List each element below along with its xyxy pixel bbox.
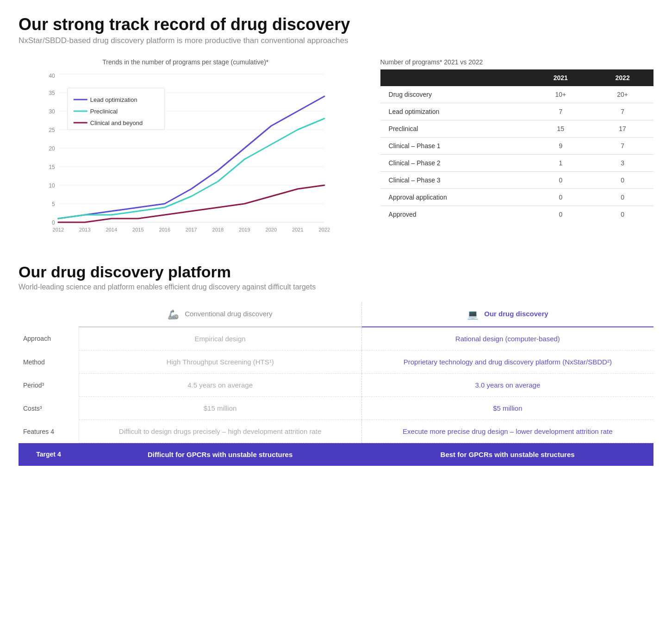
svg-text:2019: 2019 [239, 227, 250, 232]
platform-row-label: Period³ [19, 374, 79, 397]
section1-title: Our strong track record of drug discover… [19, 15, 653, 34]
ours-label: Our drug discovery [484, 310, 548, 318]
row-2022: 17 [591, 120, 653, 138]
section2-title: Our drug discovery platform [19, 263, 653, 281]
table-row: Clinical – Phase 3 0 0 [380, 172, 653, 189]
table-row: Drug discovery 10+ 20+ [380, 86, 653, 103]
chart-area: Trends in the number of programs per sta… [19, 58, 353, 241]
row-2022: 0 [591, 172, 653, 189]
platform-row-conventional: Empirical design [79, 327, 361, 351]
row-2021: 15 [529, 120, 591, 138]
table-row: Approved 0 0 [380, 206, 653, 223]
platform-row-conventional: High Throughput Screening (HTS¹) [79, 351, 361, 374]
programs-table: 2021 2022 Drug discovery 10+ 20+ Lead op… [380, 69, 653, 223]
svg-text:Preclinical: Preclinical [90, 108, 118, 115]
row-label: Preclinical [380, 120, 530, 138]
svg-text:10: 10 [49, 182, 55, 189]
row-2021: 7 [529, 103, 591, 120]
row-2022: 20+ [591, 86, 653, 103]
platform-row-label: Costs³ [19, 397, 79, 420]
platform-row: Approach Empirical design Rational desig… [19, 327, 653, 351]
svg-text:2020: 2020 [266, 227, 277, 232]
row-2021: 0 [529, 189, 591, 206]
svg-text:Clinical and beyond: Clinical and beyond [90, 119, 143, 126]
platform-row-label: Method [19, 351, 79, 374]
platform-header-ours: 💻 Our drug discovery [361, 302, 653, 327]
target-conventional: Difficult for GPCRs with unstable struct… [79, 443, 361, 466]
svg-text:2015: 2015 [132, 227, 143, 232]
programs-table-area: Number of programs* 2021 vs 2022 2021 20… [380, 58, 653, 223]
table-header-row: 2021 2022 [380, 69, 653, 86]
platform-row: Period³ 4.5 years on average 3.0 years o… [19, 374, 653, 397]
row-2021: 0 [529, 206, 591, 223]
svg-text:25: 25 [49, 127, 55, 133]
platform-row-ours: Proprietary technology and drug discover… [361, 351, 653, 374]
svg-text:2014: 2014 [106, 227, 117, 232]
target-row: Target 4 Difficult for GPCRs with unstab… [19, 443, 653, 466]
section1-subtitle: NxStar/SBDD-based drug discovery platfor… [19, 36, 653, 45]
svg-text:2021: 2021 [292, 227, 303, 232]
table-header-2021: 2021 [529, 69, 591, 86]
preclinical-line [58, 119, 324, 219]
section2-subtitle: World-leading science and platform enabl… [19, 283, 653, 291]
svg-text:2012: 2012 [53, 227, 64, 232]
svg-text:30: 30 [49, 108, 55, 115]
platform-row-label: Approach [19, 327, 79, 351]
svg-text:0: 0 [52, 219, 55, 226]
table-row: Clinical – Phase 1 9 7 [380, 138, 653, 155]
platform-row-ours: $5 million [361, 397, 653, 420]
row-2022: 7 [591, 103, 653, 120]
svg-text:15: 15 [49, 164, 55, 170]
svg-text:20: 20 [49, 145, 55, 152]
target-label: Target 4 [19, 443, 79, 466]
programs-table-title: Number of programs* 2021 vs 2022 [380, 58, 653, 66]
table-header-category [380, 69, 530, 86]
svg-text:5: 5 [52, 201, 55, 207]
row-2021: 1 [529, 155, 591, 172]
row-2022: 3 [591, 155, 653, 172]
conventional-label: Conventional drug discovery [185, 310, 272, 318]
platform-row-ours: Rational design (computer-based) [361, 327, 653, 351]
platform-row: Features 4 Difficult to design drugs pre… [19, 420, 653, 443]
svg-text:35: 35 [49, 90, 55, 96]
svg-text:2022: 2022 [319, 227, 330, 232]
row-2022: 0 [591, 189, 653, 206]
row-2022: 0 [591, 206, 653, 223]
row-2022: 7 [591, 138, 653, 155]
line-chart: 0 5 10 15 20 25 30 35 40 [19, 69, 353, 241]
platform-header-empty [19, 302, 79, 327]
svg-text:40: 40 [49, 73, 55, 79]
svg-text:Lead optimization: Lead optimization [90, 96, 137, 103]
laptop-icon: 💻 [467, 309, 479, 320]
platform-row-conventional: 4.5 years on average [79, 374, 361, 397]
platform-row: Method High Throughput Screening (HTS¹) … [19, 351, 653, 374]
platform-row-conventional: $15 million [79, 397, 361, 420]
chart-title: Trends in the number of programs per sta… [19, 58, 353, 66]
platform-row-label: Features 4 [19, 420, 79, 443]
platform-row-conventional: Difficult to design drugs precisely – hi… [79, 420, 361, 443]
svg-text:2017: 2017 [186, 227, 197, 232]
platform-row-ours: Execute more precise drug design – lower… [361, 420, 653, 443]
row-2021: 9 [529, 138, 591, 155]
svg-text:2016: 2016 [159, 227, 170, 232]
section1-content: Trends in the number of programs per sta… [19, 58, 653, 241]
target-ours: Best for GPCRs with unstable structures [361, 443, 653, 466]
table-row: Lead optimization 7 7 [380, 103, 653, 120]
row-label: Clinical – Phase 2 [380, 155, 530, 172]
platform-header-conventional: 🦾 Conventional drug discovery [79, 302, 361, 327]
row-label: Clinical – Phase 1 [380, 138, 530, 155]
platform-header-row: 🦾 Conventional drug discovery 💻 Our drug… [19, 302, 653, 327]
table-row: Approval application 0 0 [380, 189, 653, 206]
platform-row-ours: 3.0 years on average [361, 374, 653, 397]
svg-text:2018: 2018 [212, 227, 224, 232]
platform-table: 🦾 Conventional drug discovery 💻 Our drug… [19, 302, 653, 466]
table-row: Preclinical 15 17 [380, 120, 653, 138]
table-row: Clinical – Phase 2 1 3 [380, 155, 653, 172]
row-label: Lead optimization [380, 103, 530, 120]
robot-arm-icon: 🦾 [168, 309, 179, 320]
platform-row: Costs³ $15 million $5 million [19, 397, 653, 420]
table-header-2022: 2022 [591, 69, 653, 86]
svg-text:2013: 2013 [79, 227, 90, 232]
row-2021: 0 [529, 172, 591, 189]
row-label: Drug discovery [380, 86, 530, 103]
